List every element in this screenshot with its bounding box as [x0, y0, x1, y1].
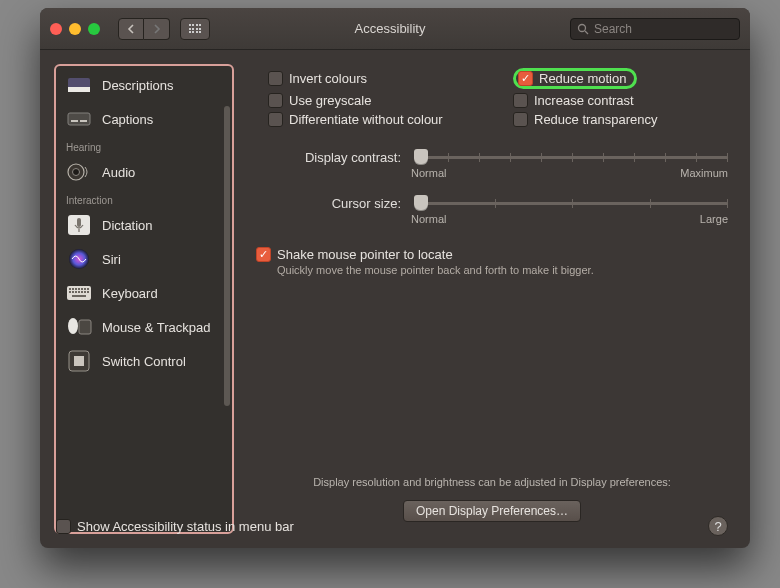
mouse-trackpad-icon: [66, 316, 92, 338]
dictation-icon: [66, 214, 92, 236]
checkbox-reduce-motion[interactable]: ✓ Reduce motion: [518, 71, 626, 86]
checkbox-reduce-transparency[interactable]: Reduce transparency: [513, 112, 728, 127]
display-contrast-slider[interactable]: [417, 147, 728, 167]
svg-rect-24: [78, 291, 80, 293]
back-button[interactable]: [118, 18, 144, 40]
cursor-size-slider[interactable]: [417, 193, 728, 213]
svg-rect-22: [72, 291, 74, 293]
sidebar-item-label: Mouse & Trackpad: [102, 320, 210, 335]
shake-pointer-hint: Quickly move the mouse pointer back and …: [277, 264, 728, 276]
svg-rect-27: [87, 291, 89, 293]
checkbox-label: Reduce transparency: [534, 112, 658, 127]
sidebar-section-interaction: Interaction: [56, 189, 232, 208]
display-prefs-note: Display resolution and brightness can be…: [256, 476, 728, 488]
sidebar-section-hearing: Hearing: [56, 136, 232, 155]
checkbox-icon: [268, 93, 283, 108]
siri-icon: [66, 248, 92, 270]
sidebar-item-label: Descriptions: [102, 78, 174, 93]
cursor-size-label: Cursor size:: [256, 196, 401, 211]
cursor-size-block: Cursor size: Normal Large: [256, 193, 728, 225]
svg-point-29: [68, 318, 78, 334]
close-icon[interactable]: [50, 23, 62, 35]
display-contrast-max: Maximum: [680, 167, 728, 179]
cursor-size-min: Normal: [411, 213, 446, 225]
cursor-size-max: Large: [700, 213, 728, 225]
sidebar-item-label: Captions: [102, 112, 153, 127]
sidebar-item-switch-control[interactable]: Switch Control: [56, 344, 232, 378]
svg-point-8: [73, 169, 80, 176]
checkbox-invert-colours[interactable]: Invert colours: [268, 68, 483, 89]
sidebar: Descriptions Captions Hearing Audio Inte…: [54, 64, 234, 534]
search-icon: [577, 23, 589, 35]
svg-line-1: [585, 31, 588, 34]
checkbox-increase-contrast[interactable]: Increase contrast: [513, 93, 728, 108]
help-icon: ?: [714, 519, 721, 534]
sidebar-item-captions[interactable]: Captions: [56, 102, 232, 136]
sidebar-item-mouse-trackpad[interactable]: Mouse & Trackpad: [56, 310, 232, 344]
grid-icon: [189, 24, 202, 33]
checkbox-label: Reduce motion: [539, 71, 626, 86]
svg-rect-19: [84, 288, 86, 290]
checkbox-shake-pointer[interactable]: ✓ Shake mouse pointer to locate: [256, 247, 728, 262]
titlebar: Accessibility Search: [40, 8, 750, 50]
checkbox-icon: [268, 71, 283, 86]
svg-rect-20: [87, 288, 89, 290]
svg-rect-10: [77, 218, 81, 227]
sidebar-item-audio[interactable]: Audio: [56, 155, 232, 189]
switch-control-icon: [66, 350, 92, 372]
show-all-button[interactable]: [180, 18, 210, 40]
bottom-row: Show Accessibility status in menu bar ?: [56, 516, 728, 536]
checkbox-label: Shake mouse pointer to locate: [277, 247, 453, 262]
svg-rect-23: [75, 291, 77, 293]
svg-rect-32: [74, 356, 84, 366]
svg-rect-25: [81, 291, 83, 293]
sidebar-item-label: Switch Control: [102, 354, 186, 369]
svg-rect-16: [75, 288, 77, 290]
svg-rect-17: [78, 288, 80, 290]
svg-rect-30: [79, 320, 91, 334]
display-contrast-block: Display contrast: Normal Maximum: [256, 147, 728, 179]
nav-buttons: [118, 18, 170, 40]
checkbox-icon: [268, 112, 283, 127]
sidebar-item-label: Keyboard: [102, 286, 158, 301]
checkbox-show-status-menubar[interactable]: Show Accessibility status in menu bar: [56, 519, 294, 534]
svg-rect-21: [69, 291, 71, 293]
sidebar-item-descriptions[interactable]: Descriptions: [56, 68, 232, 102]
reduce-motion-highlight: ✓ Reduce motion: [513, 68, 637, 89]
preferences-window: Accessibility Search Descriptions C: [40, 8, 750, 548]
checkbox-icon: [56, 519, 71, 534]
sidebar-item-keyboard[interactable]: Keyboard: [56, 276, 232, 310]
svg-rect-3: [68, 87, 90, 92]
svg-rect-18: [81, 288, 83, 290]
checkbox-icon: [513, 112, 528, 127]
sidebar-item-label: Audio: [102, 165, 135, 180]
svg-rect-5: [71, 120, 78, 122]
checkbox-label: Use greyscale: [289, 93, 371, 108]
sidebar-item-label: Dictation: [102, 218, 153, 233]
checkbox-icon: ✓: [518, 71, 533, 86]
traffic-lights: [50, 23, 100, 35]
checkbox-differentiate-without-colour[interactable]: Differentiate without colour: [268, 112, 483, 127]
search-input[interactable]: Search: [570, 18, 740, 40]
checkbox-use-greyscale[interactable]: Use greyscale: [268, 93, 483, 108]
sidebar-scrollbar[interactable]: [224, 106, 230, 406]
sidebar-item-siri[interactable]: Siri: [56, 242, 232, 276]
svg-rect-4: [68, 113, 90, 125]
svg-rect-6: [80, 120, 87, 122]
checkbox-grid: Invert colours ✓ Reduce motion Use greys…: [268, 68, 728, 127]
captions-icon: [66, 108, 92, 130]
svg-rect-14: [69, 288, 71, 290]
audio-icon: [66, 161, 92, 183]
minimize-icon[interactable]: [69, 23, 81, 35]
slider-thumb-icon: [414, 149, 428, 165]
checkbox-label: Increase contrast: [534, 93, 634, 108]
search-placeholder: Search: [594, 22, 632, 36]
help-button[interactable]: ?: [708, 516, 728, 536]
forward-button[interactable]: [144, 18, 170, 40]
sidebar-item-dictation[interactable]: Dictation: [56, 208, 232, 242]
svg-rect-26: [84, 291, 86, 293]
checkbox-label: Invert colours: [289, 71, 367, 86]
zoom-icon[interactable]: [88, 23, 100, 35]
svg-rect-15: [72, 288, 74, 290]
svg-rect-28: [72, 295, 86, 297]
